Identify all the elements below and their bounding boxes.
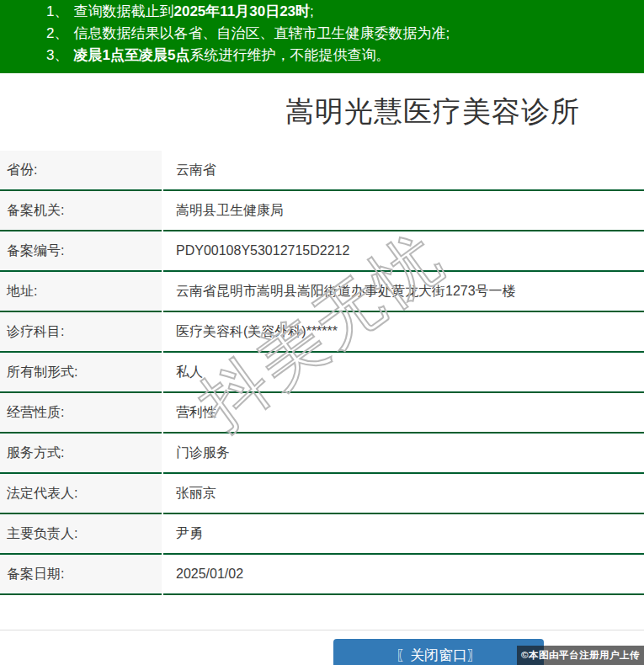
notice-text: 系统进行维护，不能提供查询。 — [189, 47, 390, 63]
row-label: 备案编号: — [0, 231, 162, 272]
notice-text: ; — [310, 3, 314, 19]
row-value: 门诊服务 — [163, 434, 644, 474]
row-value: 营利性 — [163, 393, 644, 434]
table-row: 所有制形式: 私人 — [0, 353, 644, 393]
notice-text-bold: 凌晨1点至凌晨5点 — [73, 47, 189, 63]
row-label: 诊疗科目: — [0, 312, 162, 353]
table-row: 备案机关: 嵩明县卫生健康局 — [0, 191, 644, 231]
row-value: 医疗美容科(美容外科)****** — [163, 312, 644, 353]
upload-attribution-badge: ©本图由平台注册用户上传 — [517, 646, 644, 665]
notice-line-2: 2、信息数据结果以各省、自治区、直辖市卫生健康委数据为准; — [46, 23, 636, 45]
row-value: PDY00108Y53012715D2212 — [163, 231, 644, 272]
table-row: 主要负责人: 尹勇 — [0, 514, 644, 555]
row-label: 省份: — [0, 151, 162, 191]
row-value: 张丽京 — [163, 474, 644, 514]
table-row: 法定代表人: 张丽京 — [0, 474, 644, 514]
row-label: 主要负责人: — [0, 514, 162, 555]
page-title: 嵩明光慧医疗美容诊所 — [0, 93, 644, 131]
notice-banner: 1、查询数据截止到2025年11月30日23时; 2、信息数据结果以各省、自治区… — [0, 0, 644, 73]
row-value: 2025/01/02 — [163, 555, 644, 595]
table-row: 诊疗科目: 医疗美容科(美容外科)****** — [0, 312, 644, 353]
table-row: 省份: 云南省 — [0, 151, 644, 191]
footer-divider — [0, 630, 644, 630]
table-row: 经营性质: 营利性 — [0, 393, 644, 434]
row-label: 法定代表人: — [0, 474, 162, 514]
table-row: 地址: 云南省昆明市嵩明县嵩阳街道办事处黄龙大街1273号一楼 — [0, 272, 644, 312]
notice-number: 3、 — [46, 47, 68, 63]
row-value: 云南省昆明市嵩明县嵩阳街道办事处黄龙大街1273号一楼 — [163, 272, 644, 312]
notice-text-bold: 2025年11月30日23时 — [173, 3, 310, 19]
notice-text: 查询数据截止到 — [73, 3, 173, 19]
row-label: 所有制形式: — [0, 353, 162, 393]
close-window-button[interactable]: 〖关闭窗口〗 — [333, 639, 544, 665]
row-value: 尹勇 — [163, 514, 644, 555]
notice-line-1: 1、查询数据截止到2025年11月30日23时; — [46, 1, 636, 23]
row-label: 经营性质: — [0, 393, 162, 434]
row-value: 云南省 — [163, 151, 644, 191]
row-value: 私人 — [163, 353, 644, 393]
notice-line-3: 3、凌晨1点至凌晨5点系统进行维护，不能提供查询。 — [46, 45, 636, 66]
notice-number: 1、 — [46, 3, 68, 19]
table-row: 备案编号: PDY00108Y53012715D2212 — [0, 231, 644, 272]
notice-number: 2、 — [46, 25, 68, 41]
row-label: 备案日期: — [0, 555, 162, 595]
table-row: 备案日期: 2025/01/02 — [0, 555, 644, 595]
row-value: 嵩明县卫生健康局 — [163, 191, 644, 231]
title-section: 嵩明光慧医疗美容诊所 — [0, 73, 644, 151]
row-label: 备案机关: — [0, 191, 162, 231]
notice-text: 信息数据结果以各省、自治区、直辖市卫生健康委数据为准; — [73, 25, 450, 41]
row-label: 服务方式: — [0, 434, 162, 474]
table-row: 服务方式: 门诊服务 — [0, 434, 644, 474]
record-info-table: 省份: 云南省 备案机关: 嵩明县卫生健康局 备案编号: PDY00108Y53… — [0, 151, 644, 595]
row-label: 地址: — [0, 272, 162, 312]
